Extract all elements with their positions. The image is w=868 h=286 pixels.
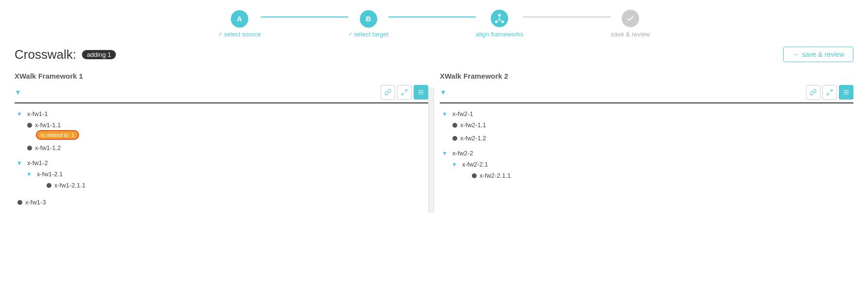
dot-fw1-1-1 xyxy=(27,123,32,128)
label-fw2-1-1: x-fw2-1.1 xyxy=(460,121,486,129)
step-connector-ab xyxy=(261,17,348,17)
relation-badge-fw1-1-1[interactable]: is related to 1 xyxy=(36,130,79,140)
framework2-title: XWalk Framework 2 xyxy=(440,72,853,80)
label-fw1-1: x-fw1-1 xyxy=(27,110,48,118)
label-fw1-2-1: x-fw1-2.1 xyxy=(37,170,63,178)
tree-node-fw2-1-1: x-fw2-1.1 xyxy=(450,118,853,132)
step-a-label: select source xyxy=(224,31,261,38)
chevron-fw1-2[interactable]: ▼ xyxy=(16,160,24,167)
link2-icon xyxy=(810,89,817,96)
label-fw1-1-1: x-fw1-1.1 xyxy=(35,121,61,129)
adding-badge: adding 1 xyxy=(82,50,116,59)
label-fw2-2: x-fw2-2 xyxy=(452,150,473,157)
framework2-tree: ▼ x-fw2-1 x-fw2-1.1 x-fw2-1.2 xyxy=(440,103,853,190)
step-connector-bc xyxy=(388,17,476,17)
step-d-circle xyxy=(622,10,639,27)
framework1-expand-btn[interactable] xyxy=(397,85,412,100)
framework1-list-btn[interactable] xyxy=(414,85,428,100)
crosswalk-label: Crosswalk: xyxy=(15,47,76,62)
frameworks-container: XWalk Framework 1 ▼ xyxy=(0,72,868,213)
label-fw2-2-1-1: x-fw2-2.1.1 xyxy=(480,172,511,179)
framework1-toolbar-icons xyxy=(381,85,428,100)
tree-node-fw2-2-1: ▼ x-fw2-2.1 x-fw2-2.1.1 xyxy=(450,158,853,184)
framework2-toolbar: ▼ xyxy=(440,85,853,103)
framework1-chevron[interactable]: ▼ xyxy=(15,88,21,96)
step-c-circle xyxy=(491,10,508,27)
tree-node-fw1-1-1: x-fw1-1.1 is related to 1 xyxy=(24,118,428,141)
step-d-label: save & review xyxy=(611,31,650,38)
wizard-wrapper: A ✓ select source B ✓ select target xyxy=(218,10,650,38)
dot-fw2-1-1 xyxy=(452,123,457,128)
step-connector-cd xyxy=(523,17,611,17)
label-fw2-1: x-fw2-1 xyxy=(452,110,473,118)
tree-node-fw2-1: ▼ x-fw2-1 x-fw2-1.1 x-fw2-1.2 xyxy=(440,107,853,147)
list-icon xyxy=(418,89,424,96)
svg-line-6 xyxy=(405,90,407,92)
tree-node-fw2-2: ▼ x-fw2-2 ▼ x-fw2-2.1 x-fw2-2.1.1 xyxy=(440,147,853,186)
save-review-button[interactable]: → save & review xyxy=(783,47,853,62)
framework2-link-btn[interactable] xyxy=(806,85,820,100)
network-icon xyxy=(495,14,504,23)
tree-node-fw1-1-2: x-fw1-1.2 xyxy=(24,141,428,154)
wizard-bar: A ✓ select source B ✓ select target xyxy=(0,0,868,43)
wizard-step-b: B ✓ select target xyxy=(348,10,388,38)
wizard-step-a: A ✓ select source xyxy=(218,10,261,38)
framework1-toolbar: ▼ xyxy=(15,85,428,103)
step-b-label: select target xyxy=(354,31,388,38)
dot-fw1-2-1-1 xyxy=(47,183,51,188)
chevron-fw2-2[interactable]: ▼ xyxy=(442,150,450,157)
svg-line-5 xyxy=(499,19,503,22)
svg-line-4 xyxy=(497,19,500,22)
label-fw1-1-2: x-fw1-1.2 xyxy=(35,144,61,151)
title-row: Crosswalk: adding 1 → save & review xyxy=(0,43,868,72)
tree-node-fw1-2-1-1: x-fw1-2.1.1 xyxy=(44,179,428,192)
step-b-check: ✓ xyxy=(348,31,353,37)
wizard-step-d: save & review xyxy=(611,10,650,38)
svg-line-12 xyxy=(827,93,829,95)
tree-node-fw2-2-1-1: x-fw2-2.1.1 xyxy=(469,169,853,182)
svg-rect-0 xyxy=(498,14,501,16)
tree-node-fw1-3: x-fw1-3 xyxy=(15,196,428,209)
tree-node-fw1-1: ▼ x-fw1-1 x-fw1-1.1 is related to 1 xyxy=(15,107,428,156)
check-circle-icon xyxy=(626,14,635,23)
step-b-circle: B xyxy=(360,10,377,28)
save-review-label: save & review xyxy=(802,50,844,58)
svg-line-7 xyxy=(402,93,404,95)
tree-node-fw1-2: ▼ x-fw1-2 ▼ x-fw1-2.1 x-fw1-2.1.1 xyxy=(15,156,428,196)
step-c-label: align frameworks xyxy=(476,31,523,38)
label-fw1-3: x-fw1-3 xyxy=(25,199,46,206)
dot-fw2-2-1-1 xyxy=(472,173,477,178)
step-a-circle: A xyxy=(231,10,248,28)
link-icon xyxy=(385,89,391,96)
dot-fw1-1-2 xyxy=(27,146,32,151)
dot-fw1-3 xyxy=(17,200,22,205)
framework1-panel: XWalk Framework 1 ▼ xyxy=(15,72,428,213)
framework2-panel: XWalk Framework 2 ▼ xyxy=(440,72,853,213)
arrow-right-icon: → xyxy=(792,50,799,58)
tree-node-fw1-2-1: ▼ x-fw1-2.1 x-fw1-2.1.1 xyxy=(24,168,428,194)
svg-line-11 xyxy=(830,90,832,92)
expand2-icon xyxy=(826,89,833,96)
crosswalk-title: Crosswalk: adding 1 xyxy=(15,47,116,62)
chevron-fw2-2-1[interactable]: ▼ xyxy=(451,161,459,168)
label-fw2-1-2: x-fw2-1.2 xyxy=(460,135,486,142)
framework1-title: XWalk Framework 1 xyxy=(15,72,428,80)
framework1-link-btn[interactable] xyxy=(381,85,395,100)
framework2-expand-btn[interactable] xyxy=(822,85,837,100)
wizard-steps-row: A ✓ select source B ✓ select target xyxy=(218,10,650,38)
framework2-list-btn[interactable] xyxy=(839,85,853,100)
list2-icon xyxy=(843,89,850,96)
label-fw2-2-1: x-fw2-2.1 xyxy=(462,161,488,168)
framework1-tree: ▼ x-fw1-1 x-fw1-1.1 is related to 1 xyxy=(15,103,428,213)
label-fw1-2-1-1: x-fw1-2.1.1 xyxy=(54,182,85,189)
tree-node-fw2-1-2: x-fw2-1.2 xyxy=(450,132,853,145)
divider xyxy=(428,87,434,213)
chevron-fw1-2-1[interactable]: ▼ xyxy=(26,171,34,178)
chevron-fw2-1[interactable]: ▼ xyxy=(442,111,450,118)
framework2-toolbar-icons xyxy=(806,85,853,100)
chevron-fw1-1[interactable]: ▼ xyxy=(16,111,24,118)
step-a-check: ✓ xyxy=(218,31,223,37)
framework2-chevron[interactable]: ▼ xyxy=(440,88,447,96)
wizard-step-c: align frameworks xyxy=(476,10,523,38)
dot-fw2-1-2 xyxy=(452,136,457,141)
